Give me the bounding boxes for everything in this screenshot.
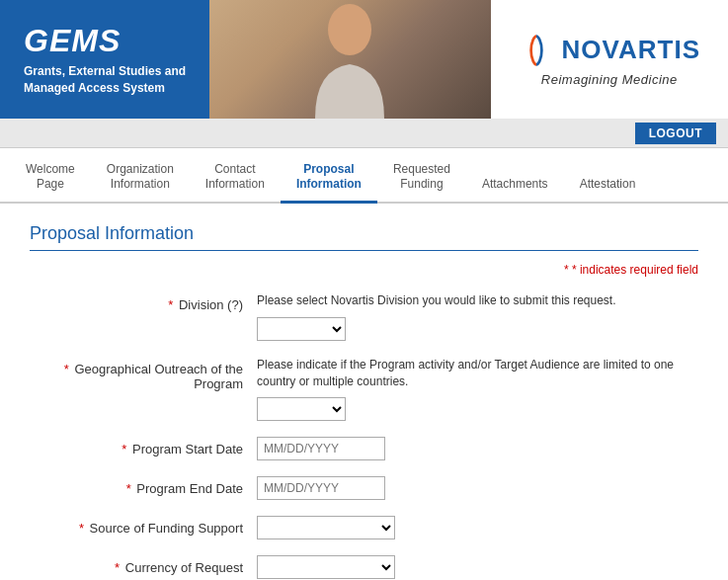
nav-proposal[interactable]: ProposalInformation [281,152,377,204]
start-date-label: * Program Start Date [30,437,257,456]
end-date-control [257,476,698,500]
novartis-tagline: Reimagining Medicine [541,72,678,87]
currency-label: * Currency of Request [30,555,257,575]
svg-point-0 [328,4,371,55]
gems-branding: GEMS Grants, External Studies and Manage… [0,5,209,115]
funding-source-select[interactable] [257,516,395,539]
start-date-control [257,437,698,460]
start-date-input[interactable] [257,437,385,460]
funding-source-label: * Source of Funding Support [30,516,257,536]
gems-logo-text: GEMS [24,23,186,59]
logout-button[interactable]: LOGOUT [635,123,716,144]
section-title: Proposal Information [30,223,698,251]
end-date-input[interactable] [257,476,385,500]
end-date-row: * Program End Date [30,476,698,500]
geographical-control: Please indicate if the Program activity … [257,357,698,422]
nav-attestation[interactable]: Attestation [564,167,652,204]
funding-source-control [257,516,698,539]
nav-funding[interactable]: RequestedFunding [377,152,466,204]
top-bar: LOGOUT [0,119,728,148]
end-date-label: * Program End Date [30,476,257,496]
geographical-select[interactable] [257,397,346,421]
division-hint: Please select Novartis Division you woul… [257,292,698,309]
novartis-icon [519,33,554,68]
header-image [209,0,491,119]
nav-attachments[interactable]: Attachments [466,167,564,204]
start-date-row: * Program Start Date [30,437,698,460]
person-illustration [305,0,394,119]
division-select[interactable] [257,317,346,341]
division-row: * Division (?) Please select Novartis Di… [30,292,698,341]
currency-control [257,555,698,579]
novartis-branding: NOVARTIS Reimagining Medicine [491,0,728,119]
funding-source-row: * Source of Funding Support [30,516,698,539]
nav-welcome[interactable]: WelcomePage [10,152,91,204]
nav-organization[interactable]: OrganizationInformation [91,152,190,204]
novartis-name: NOVARTIS [562,35,700,65]
navigation: WelcomePage OrganizationInformation Cont… [0,148,728,204]
main-content: Proposal Information * * indicates requi… [0,204,728,580]
currency-select[interactable] [257,555,395,579]
division-control: Please select Novartis Division you woul… [257,292,698,341]
geographical-row: * Geographical Outreach of the Program P… [30,357,698,422]
geographical-label: * Geographical Outreach of the Program [30,357,257,391]
required-note: * * indicates required field [30,263,698,277]
division-label: * Division (?) [30,292,257,312]
novartis-logo: NOVARTIS [519,33,700,68]
currency-row: * Currency of Request [30,555,698,579]
header: GEMS Grants, External Studies and Manage… [0,0,728,119]
gems-subtitle: Grants, External Studies and Managed Acc… [24,63,186,97]
nav-contact[interactable]: ContactInformation [190,152,281,204]
geographical-hint: Please indicate if the Program activity … [257,357,698,390]
